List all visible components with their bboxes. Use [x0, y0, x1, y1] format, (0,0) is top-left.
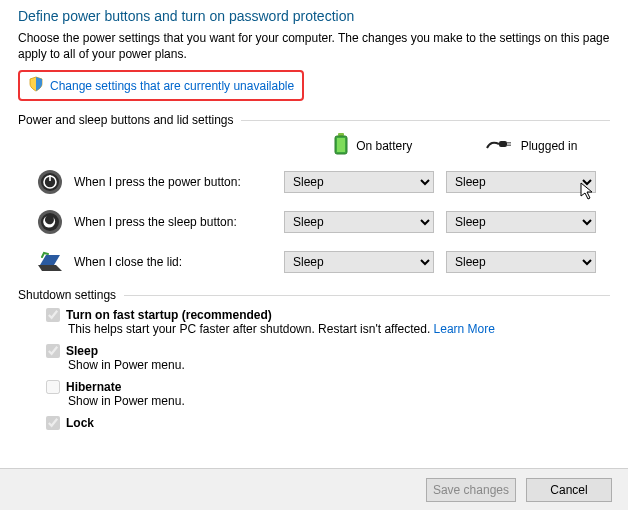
page-title: Define power buttons and turn on passwor… [18, 8, 610, 24]
fast-startup-item: Turn on fast startup (recommended) This … [46, 308, 610, 336]
sleep-item: Sleep Show in Power menu. [46, 344, 610, 372]
hibernate-label: Hibernate [66, 380, 121, 394]
lid-plugged-select[interactable]: Sleep [446, 251, 596, 273]
power-button-label: When I press the power button: [64, 175, 284, 189]
lid-battery-select[interactable]: Sleep [284, 251, 434, 273]
plug-icon [485, 136, 513, 155]
power-button-row: When I press the power button: Sleep Sle… [18, 168, 610, 196]
lid-row: When I close the lid: Sleep Sleep [18, 248, 610, 276]
power-button-icon [36, 168, 64, 196]
sleep-label: Sleep [66, 344, 98, 358]
hibernate-item: Hibernate Show in Power menu. [46, 380, 610, 408]
column-headers: On battery Plugged in [18, 133, 610, 158]
on-battery-header: On battery [294, 133, 452, 158]
fast-startup-label: Turn on fast startup (recommended) [66, 308, 272, 322]
page-subtitle: Choose the power settings that you want … [18, 30, 610, 62]
plugged-in-header: Plugged in [452, 136, 610, 155]
lock-label: Lock [66, 416, 94, 430]
hibernate-checkbox[interactable] [46, 380, 60, 394]
learn-more-link[interactable]: Learn More [434, 322, 495, 336]
power-button-plugged-select[interactable]: Sleep [446, 171, 596, 193]
sleep-button-label: When I press the sleep button: [64, 215, 284, 229]
lid-label: When I close the lid: [64, 255, 284, 269]
fast-startup-desc: This helps start your PC faster after sh… [68, 322, 610, 336]
sleep-button-plugged-select[interactable]: Sleep [446, 211, 596, 233]
cancel-button[interactable]: Cancel [526, 478, 612, 502]
svg-rect-5 [507, 145, 511, 147]
sleep-button-battery-select[interactable]: Sleep [284, 211, 434, 233]
power-button-battery-select[interactable]: Sleep [284, 171, 434, 193]
svg-rect-4 [507, 142, 511, 144]
lock-item: Lock [46, 416, 610, 430]
shield-icon [28, 76, 44, 95]
sleep-desc: Show in Power menu. [68, 358, 610, 372]
hibernate-desc: Show in Power menu. [68, 394, 610, 408]
change-settings-link[interactable]: Change settings that are currently unava… [50, 79, 294, 93]
lid-icon [36, 248, 64, 276]
sleep-button-row: When I press the sleep button: Sleep Sle… [18, 208, 610, 236]
svg-rect-3 [499, 141, 507, 147]
shutdown-section-heading: Shutdown settings [18, 288, 610, 302]
svg-rect-2 [337, 138, 345, 152]
battery-icon [334, 133, 348, 158]
buttons-section-heading: Power and sleep buttons and lid settings [18, 113, 610, 127]
sleep-checkbox[interactable] [46, 344, 60, 358]
fast-startup-checkbox[interactable] [46, 308, 60, 322]
lock-checkbox[interactable] [46, 416, 60, 430]
sleep-button-icon [36, 208, 64, 236]
change-settings-callout: Change settings that are currently unava… [18, 70, 304, 101]
footer-bar: Save changes Cancel [0, 468, 628, 510]
svg-rect-9 [49, 175, 51, 181]
save-button[interactable]: Save changes [426, 478, 516, 502]
